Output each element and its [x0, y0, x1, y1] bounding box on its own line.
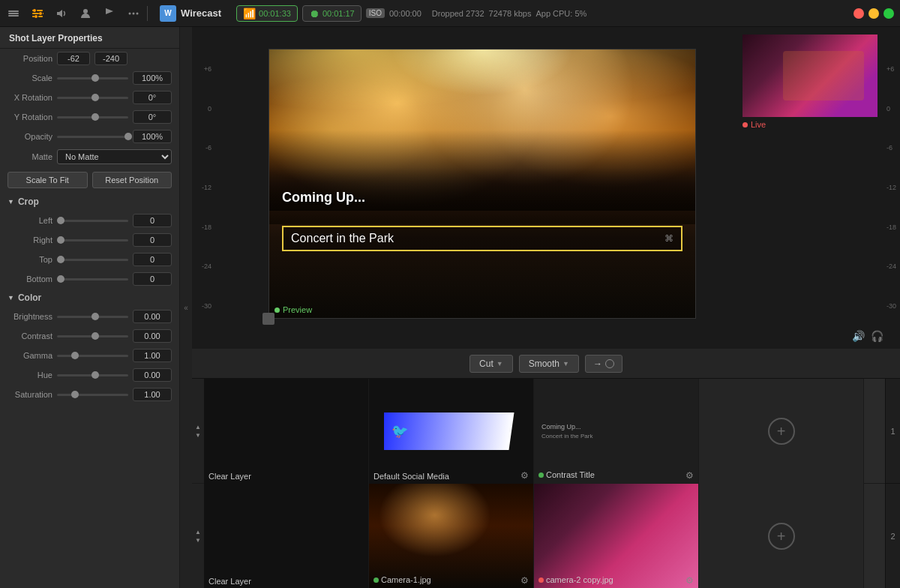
- concert-background: [269, 50, 695, 318]
- sliders-icon[interactable]: [30, 6, 45, 21]
- gamma-thumb[interactable]: [71, 352, 79, 359]
- crop-bottom-thumb[interactable]: [57, 275, 64, 283]
- svg-point-9: [34, 15, 38, 18]
- matte-label: Matte: [8, 152, 52, 161]
- svg-rect-10: [38, 16, 43, 17]
- more-icon[interactable]: [126, 6, 141, 21]
- add-shot-layer-1[interactable]: +: [699, 379, 864, 484]
- wifi-icon: 📶: [243, 8, 256, 20]
- add-shot-layer-2[interactable]: +: [699, 484, 864, 588]
- left-panel: Shot Layer Properties Position Scale 100…: [0, 27, 180, 588]
- crop-section-header[interactable]: ▼ Crop: [0, 193, 179, 211]
- camera1-bg: [369, 484, 533, 588]
- position-row: Position: [0, 49, 179, 68]
- flag-icon[interactable]: [102, 6, 117, 21]
- main-layout: Shot Layer Properties Position Scale 100…: [0, 27, 900, 588]
- scale-slider-track[interactable]: [57, 77, 128, 80]
- arrow-up-icon-2[interactable]: ▲: [195, 529, 201, 536]
- layers-icon[interactable]: [6, 6, 21, 21]
- volume-icon[interactable]: 🔊: [852, 330, 865, 342]
- shot-social-media[interactable]: 🐦 Default Social Media ⚙: [369, 379, 534, 484]
- r-ruler-mark-n12: -12: [885, 184, 900, 191]
- yrotation-value: 0°: [133, 110, 172, 124]
- cut-button[interactable]: Cut ▼: [470, 355, 513, 373]
- ruler-mark-n12: -12: [192, 184, 214, 191]
- shot-contrast-title[interactable]: Coming Up... Concert in the Park Contras…: [534, 379, 699, 484]
- brightness-thumb[interactable]: [92, 313, 99, 320]
- headphone-icon[interactable]: 🎧: [871, 330, 884, 342]
- crop-top-slider[interactable]: [57, 259, 128, 261]
- hue-value: 0.00: [133, 368, 172, 382]
- crop-right-thumb[interactable]: [57, 236, 64, 244]
- layer-1-num-cell: 1: [886, 379, 900, 484]
- record-btn[interactable]: ⏺ 00:01:17: [302, 5, 362, 22]
- stream-btn[interactable]: 📶 00:01:33: [236, 5, 298, 22]
- saturation-slider[interactable]: [57, 394, 128, 396]
- crop-top-thumb[interactable]: [57, 256, 64, 263]
- person-icon[interactable]: [78, 6, 93, 21]
- scale-slider-thumb[interactable]: [92, 74, 99, 82]
- shot-clear-layer-1[interactable]: Clear Layer: [204, 379, 369, 484]
- iso-time: 00:00:00: [389, 9, 422, 18]
- yrotation-slider[interactable]: [57, 116, 128, 118]
- camera1-gear-icon[interactable]: ⚙: [520, 575, 529, 586]
- camera2-gear-icon[interactable]: ⚙: [686, 575, 694, 586]
- go-button[interactable]: →: [585, 355, 622, 373]
- gamma-slider[interactable]: [57, 355, 128, 357]
- opacity-label: Opacity: [8, 132, 52, 141]
- logo-badge: W: [160, 5, 176, 22]
- scale-to-fit-button[interactable]: Scale To Fit: [8, 172, 88, 188]
- matte-select[interactable]: No Matte: [57, 149, 172, 164]
- hue-thumb[interactable]: [92, 371, 99, 379]
- color-section-header[interactable]: ▼ Color: [0, 289, 179, 307]
- xrotation-thumb[interactable]: [92, 94, 99, 101]
- brightness-slider[interactable]: [57, 316, 128, 318]
- app-title: Wirecast: [181, 8, 221, 19]
- contrast-thumb[interactable]: [92, 332, 99, 340]
- saturation-thumb[interactable]: [71, 391, 79, 398]
- opacity-thumb[interactable]: [124, 133, 132, 140]
- contrast-preview-text: Coming Up... Concert in the Park: [542, 422, 592, 440]
- shot-clear-layer-2[interactable]: Clear Layer: [204, 484, 369, 588]
- transform-handle[interactable]: [262, 313, 274, 325]
- panel-collapse-handle[interactable]: «: [180, 27, 192, 588]
- arrow-down-icon[interactable]: ▼: [195, 432, 201, 439]
- shot-camera2[interactable]: camera-2 copy.jpg ⚙: [534, 484, 699, 588]
- yrotation-thumb[interactable]: [92, 113, 99, 121]
- maximize-button[interactable]: [884, 8, 894, 19]
- hue-slider[interactable]: [57, 374, 128, 376]
- camera1-label: Camera-1.jpg: [381, 575, 431, 584]
- crop-right-slider[interactable]: [57, 239, 128, 242]
- minimize-button[interactable]: [868, 8, 879, 19]
- live-panel: Live: [735, 27, 885, 348]
- crop-bottom-label: Bottom: [8, 274, 52, 284]
- social-gear-icon[interactable]: ⚙: [520, 470, 529, 481]
- layer-1-strip: ▲ ▼ Clear Layer 🐦 Default Social Media: [192, 379, 885, 484]
- r-ruler-mark-p6: +6: [885, 65, 900, 73]
- arrow-up-icon[interactable]: ▲: [195, 424, 201, 430]
- crop-bottom-slider[interactable]: [57, 278, 128, 280]
- divider: [147, 6, 148, 21]
- speaker-icon[interactable]: [54, 6, 69, 21]
- rec-icon: ⏺: [309, 8, 320, 20]
- position-x-input[interactable]: [57, 52, 90, 65]
- top-bar: W Wirecast 📶 00:01:33 ⏺ 00:01:17 ISO 00:…: [0, 0, 900, 27]
- crop-left-thumb[interactable]: [57, 217, 64, 224]
- position-y-input[interactable]: [94, 52, 128, 65]
- concert-title: Concert in the Park: [291, 232, 394, 245]
- opacity-slider[interactable]: [57, 136, 128, 138]
- shot-camera1[interactable]: Camera-1.jpg ⚙: [369, 484, 534, 588]
- arrow-down-icon-2[interactable]: ▼: [195, 537, 201, 544]
- xrotation-slider[interactable]: [57, 97, 128, 99]
- reset-position-button[interactable]: Reset Position: [92, 172, 172, 188]
- crop-left-slider[interactable]: [57, 220, 128, 222]
- layer-1-num: 1: [890, 427, 895, 436]
- volume-controls: 🔊 🎧: [852, 330, 884, 342]
- live-label-container: Live: [742, 120, 878, 129]
- contrast-slider[interactable]: [57, 335, 128, 338]
- close-button[interactable]: [854, 8, 864, 19]
- contrast-gear-icon[interactable]: ⚙: [686, 470, 694, 481]
- color-arrow-icon: ▼: [8, 294, 14, 302]
- smooth-button[interactable]: Smooth ▼: [519, 355, 579, 373]
- bitrate-stat: 72478 kbps: [489, 9, 532, 18]
